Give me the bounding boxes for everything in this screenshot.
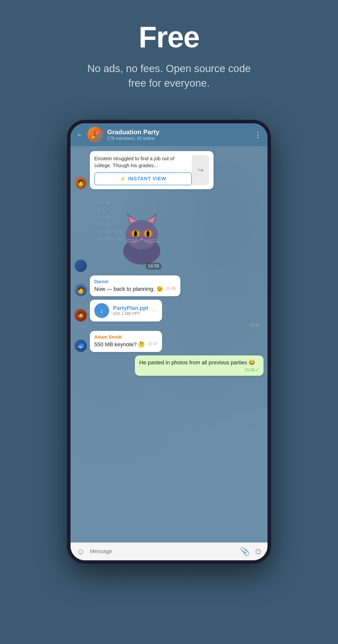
message-row: 👩 Einstein struggled to find a job out o… xyxy=(74,151,264,189)
hero-subtitle: No ads, no fees. Open source code free f… xyxy=(82,62,256,91)
chat-avatar: 🎉 xyxy=(87,127,103,143)
avatar xyxy=(74,260,87,272)
input-bar: ☺ 📎 ⊙ xyxy=(70,542,268,560)
file-menu-button[interactable]: ⋯ xyxy=(152,308,158,314)
message-time: 15:08 xyxy=(245,368,255,372)
avatar: 🧔 xyxy=(74,309,87,322)
text-bubble: Adam Smidt 550 MB keynote? 🤔 15:07 xyxy=(90,331,162,352)
message-text: Now — back to planning. 😉 xyxy=(94,286,163,292)
lightning-icon: ⚡ xyxy=(120,176,126,182)
sticker-message: A = πr² V = l³ P = 2πr A = πr² s = √(r² … xyxy=(90,193,194,272)
hero-title: Free xyxy=(139,20,199,54)
phone-wrapper: ← 🎉 Graduation Party 278 members, 42 onl… xyxy=(67,120,271,563)
share-icon: ↪ xyxy=(198,166,203,174)
phone-screen: ← 🎉 Graduation Party 278 members, 42 onl… xyxy=(70,123,268,560)
file-time-row: 15:06 xyxy=(74,323,264,328)
message-input[interactable] xyxy=(90,548,235,554)
instant-view-button[interactable]: ⚡ INSTANT VIEW xyxy=(94,172,192,185)
message-time: 15:07 xyxy=(148,342,158,346)
chat-name: Graduation Party xyxy=(107,128,250,136)
filename: PartyPlan.ppt xyxy=(113,305,148,311)
avatar: 🧢 xyxy=(74,340,87,352)
own-message-time: 15:08 ✓ xyxy=(245,368,259,372)
share-button[interactable]: ↪ xyxy=(192,155,209,185)
message-text: 550 MB keynote? 🤔 xyxy=(94,341,145,348)
sender-name: Adam Smidt xyxy=(94,334,158,340)
file-timestamp: 15:06 xyxy=(250,323,260,328)
message-row-own: He pasted in photos from all previous pa… xyxy=(74,356,264,376)
file-meta: 550.2 MB PPT xyxy=(113,311,148,316)
avatar: 👩 xyxy=(74,177,87,189)
link-preview-text: Einstein struggled to find a job out of … xyxy=(94,155,192,169)
chat-info: Graduation Party 278 members, 42 online xyxy=(107,128,250,141)
link-preview-content: Einstein struggled to find a job out of … xyxy=(94,155,192,185)
message-row: 🧢 Adam Smidt 550 MB keynote? 🤔 15:07 xyxy=(74,331,264,352)
math-background: A = πr² V = l³ P = 2πr A = πr² s = √(r² … xyxy=(92,195,191,270)
link-preview-bubble: Einstein struggled to find a job out of … xyxy=(90,151,214,189)
instant-view-label: INSTANT VIEW xyxy=(128,176,166,182)
chat-body: 👩 Einstein struggled to find a job out o… xyxy=(70,146,268,542)
chat-header: ← 🎉 Graduation Party 278 members, 42 onl… xyxy=(70,123,268,146)
sender-name: Daniel xyxy=(94,279,176,284)
message-row: 🧑 Daniel Now — back to planning. 😉 15:06 xyxy=(74,276,264,296)
phone-frame: ← 🎉 Graduation Party 278 members, 42 onl… xyxy=(67,120,271,563)
check-mark: ✓ xyxy=(256,368,259,372)
own-message-bubble: He pasted in photos from all previous pa… xyxy=(135,356,264,376)
hero-section: Free No ads, no fees. Open source code f… xyxy=(0,0,338,106)
back-button[interactable]: ← xyxy=(76,131,83,139)
emoji-button[interactable]: ☺ xyxy=(76,547,85,556)
file-download-button[interactable]: ↓ xyxy=(94,303,109,318)
file-info: PartyPlan.ppt 550.2 MB PPT xyxy=(113,305,148,316)
own-message-text: He pasted in photos from all previous pa… xyxy=(139,360,255,366)
sticker-timestamp: 14:58 xyxy=(145,263,162,270)
avatar: 🧑 xyxy=(74,284,87,296)
text-bubble: Daniel Now — back to planning. 😉 15:06 xyxy=(90,276,180,296)
download-icon: ↓ xyxy=(100,307,103,314)
chat-members: 278 members, 42 online xyxy=(107,136,250,141)
sticker-row: A = πr² V = l³ P = 2πr A = πr² s = √(r² … xyxy=(74,193,264,272)
message-row: 🧔 ↓ PartyPlan.ppt 550.2 MB PPT ⋯ xyxy=(74,300,264,322)
message-time: 15:06 xyxy=(166,286,176,291)
chat-menu-button[interactable]: ⋮ xyxy=(254,130,262,139)
file-bubble: ↓ PartyPlan.ppt 550.2 MB PPT ⋯ xyxy=(90,300,162,322)
camera-button[interactable]: ⊙ xyxy=(255,547,262,556)
attach-button[interactable]: 📎 xyxy=(240,547,250,556)
